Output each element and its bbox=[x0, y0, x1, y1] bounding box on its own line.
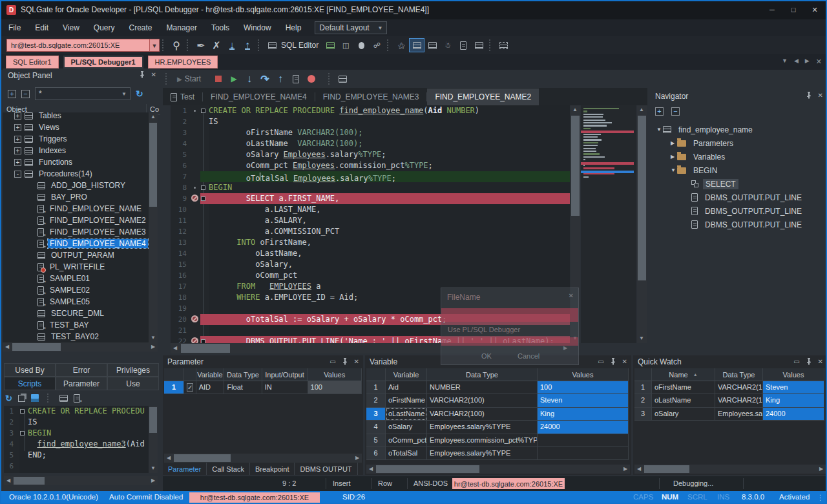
object-tree-item[interactable]: BAY_PRO bbox=[3, 191, 149, 203]
object-tree-item[interactable]: SAMPLE01 bbox=[3, 273, 149, 284]
chevron-collapsed-icon[interactable]: ▶ bbox=[671, 140, 677, 146]
code-line[interactable]: 6 oComm_pct Employees.commission_pct%TYP… bbox=[171, 160, 570, 171]
menu-item-tools[interactable]: Tools bbox=[204, 23, 236, 32]
fold-marker-icon[interactable] bbox=[20, 409, 25, 414]
copy-icon[interactable] bbox=[18, 395, 25, 402]
menu-item-edit[interactable]: Edit bbox=[28, 23, 56, 32]
cell[interactable]: VARCHAR2(10 bbox=[715, 394, 763, 407]
sql-editor-button[interactable]: SQL Editor bbox=[281, 41, 319, 50]
minimize-button[interactable]: ─ bbox=[762, 2, 782, 17]
expand-all-icon[interactable]: + bbox=[655, 107, 664, 116]
rollback-icon[interactable]: ✗ bbox=[209, 39, 224, 52]
toggle-breakpoint-icon[interactable] bbox=[304, 72, 319, 85]
navigator-item[interactable]: ▶Parameters bbox=[671, 136, 736, 150]
tab-scripts[interactable]: Scripts bbox=[4, 377, 56, 390]
chevron-collapsed-icon[interactable]: ▶ bbox=[671, 154, 677, 160]
quickwatch-hscrollbar[interactable]: ◀ ▶ bbox=[634, 465, 826, 474]
export-doc-icon[interactable] bbox=[456, 39, 470, 52]
variable-hscrollbar[interactable]: ◀ ▶ bbox=[366, 465, 630, 474]
close-panel-icon[interactable]: ✕ bbox=[818, 358, 823, 365]
chevron-expanded-icon[interactable]: ▼ bbox=[656, 127, 663, 132]
pin-icon[interactable] bbox=[806, 358, 812, 365]
cell[interactable]: oLastName bbox=[386, 408, 427, 421]
maximize-button[interactable]: □ bbox=[784, 2, 803, 17]
resume-icon[interactable]: ▶ bbox=[227, 72, 241, 85]
debugger-icon[interactable] bbox=[354, 39, 368, 52]
cell[interactable]: 100 bbox=[308, 381, 362, 394]
cell[interactable]: NUMBER bbox=[427, 381, 538, 394]
object-tree-item[interactable]: SECURE_DML bbox=[3, 308, 149, 319]
code-line[interactable]: 1CREATE OR REPLACE PROCEDU bbox=[4, 406, 149, 417]
cell[interactable]: oSalary bbox=[652, 408, 715, 421]
doc-tab-hr-employees[interactable]: HR.EMPLOYEES bbox=[148, 56, 218, 68]
menu-item-manager[interactable]: Manager bbox=[160, 23, 204, 32]
code-line[interactable]: 10 a.LAST_NAME, bbox=[171, 204, 570, 215]
cell[interactable]: Steven bbox=[763, 381, 824, 394]
cell[interactable] bbox=[538, 447, 629, 460]
code-line[interactable]: 2IS bbox=[171, 116, 570, 127]
cell[interactable]: oFirstName bbox=[652, 381, 715, 394]
navigator-item[interactable]: ▼BEGIN bbox=[671, 163, 720, 177]
close-button[interactable]: ✕ bbox=[805, 2, 824, 17]
close-panel-icon[interactable]: ✕ bbox=[818, 92, 823, 99]
code-line[interactable]: 6 bbox=[4, 461, 149, 472]
chevron-expanded-icon[interactable]: ▼ bbox=[671, 167, 677, 173]
code-line[interactable]: 3 oFirstName VARCHAR2(100); bbox=[171, 127, 570, 138]
object-tree-item[interactable]: TEST_BAY bbox=[3, 319, 149, 331]
code-line[interactable]: 14 oLastName, bbox=[171, 248, 570, 259]
script-settings-icon[interactable] bbox=[74, 394, 80, 403]
pin-icon[interactable] bbox=[610, 358, 616, 365]
cell[interactable]: oFirstName bbox=[386, 394, 427, 407]
tab-privileges[interactable]: Privileges bbox=[107, 363, 159, 377]
cell[interactable]: oTotalSal bbox=[386, 447, 427, 460]
resize-grip[interactable]: ⋮⋮ bbox=[817, 493, 827, 502]
fold-marker-icon[interactable] bbox=[201, 196, 205, 201]
settings-icon[interactable] bbox=[496, 39, 510, 52]
collapse-all-icon[interactable]: − bbox=[671, 107, 680, 116]
menu-item-window[interactable]: Window bbox=[236, 23, 278, 32]
pin-icon[interactable] bbox=[139, 71, 145, 78]
import-icon[interactable]: ↓ bbox=[225, 39, 239, 52]
watch-window-icon[interactable] bbox=[335, 72, 350, 85]
er-diagram-icon[interactable]: ☍ bbox=[370, 39, 384, 52]
sql-builder-icon[interactable] bbox=[472, 39, 486, 52]
object-tree-icon[interactable]: ⚝ bbox=[394, 39, 408, 52]
layout-right-panel-icon[interactable] bbox=[425, 39, 439, 52]
cell[interactable]: 24000 bbox=[763, 408, 824, 421]
code-line[interactable]: 2IS bbox=[4, 417, 149, 428]
object-tree-hscrollbar[interactable]: ◀ ▶ bbox=[3, 342, 158, 352]
cell[interactable]: 24000 bbox=[538, 421, 629, 434]
navigator-item[interactable]: SELECT bbox=[685, 177, 738, 191]
menu-item-help[interactable]: Help bbox=[278, 23, 309, 32]
object-tree-item[interactable]: FIND_EMPLOYEE_NAME4 bbox=[3, 238, 149, 249]
commit-icon[interactable]: ✒ bbox=[194, 39, 208, 52]
code-line[interactable]: 5 oSalary Employees.salary%TYPE; bbox=[171, 149, 570, 160]
expand-toggle-icon[interactable]: + bbox=[14, 159, 21, 166]
cell[interactable]: 100 bbox=[538, 381, 629, 394]
tab-use[interactable]: Use bbox=[107, 377, 159, 390]
tab-parameter[interactable]: Parameter bbox=[56, 377, 107, 390]
scripts-hscrollbar[interactable]: ◀ ▶ bbox=[4, 476, 158, 485]
cell[interactable]: Float bbox=[224, 381, 262, 394]
scroll-tabs-right-icon[interactable]: ▶ bbox=[805, 58, 810, 66]
cell[interactable] bbox=[538, 434, 629, 447]
object-filter-combo[interactable]: * ▼ bbox=[35, 87, 131, 100]
cell[interactable]: King bbox=[763, 394, 824, 407]
navigator-item[interactable]: ▼find_employee_name bbox=[656, 123, 755, 136]
step-out-icon[interactable]: ↑ bbox=[273, 72, 288, 85]
close-tab-icon[interactable]: ✕ bbox=[816, 58, 822, 66]
maximize-panel-icon[interactable]: ▭ bbox=[598, 358, 603, 365]
object-tree-item[interactable]: +Indexes bbox=[3, 145, 149, 156]
object-tree-item[interactable]: ADD_JOB_HISTORY bbox=[3, 180, 149, 191]
scripts-code-view[interactable]: 1CREATE OR REPLACE PROCEDU2IS3BEGIN4 fin… bbox=[4, 406, 149, 473]
close-panel-icon[interactable]: ✕ bbox=[354, 358, 359, 365]
object-tree-item[interactable]: SAMPLE02 bbox=[3, 284, 149, 296]
layout-left-panel-icon[interactable] bbox=[410, 39, 424, 52]
connection-combo[interactable]: hr@test-db.sqlgate.com:26015:XE bbox=[6, 39, 150, 52]
cell[interactable]: King bbox=[538, 408, 629, 421]
doc-tab-pl-sql-debugger1[interactable]: PL/SQL Debugger1 bbox=[63, 56, 143, 68]
cell[interactable]: Employees.salary%TYPE bbox=[427, 447, 538, 460]
parameter-hscrollbar[interactable]: ◀ ▶ bbox=[164, 454, 362, 463]
object-tree-item[interactable]: TEST_BAY02 bbox=[3, 331, 149, 342]
object-tree-item[interactable]: +Triggers bbox=[3, 133, 149, 145]
